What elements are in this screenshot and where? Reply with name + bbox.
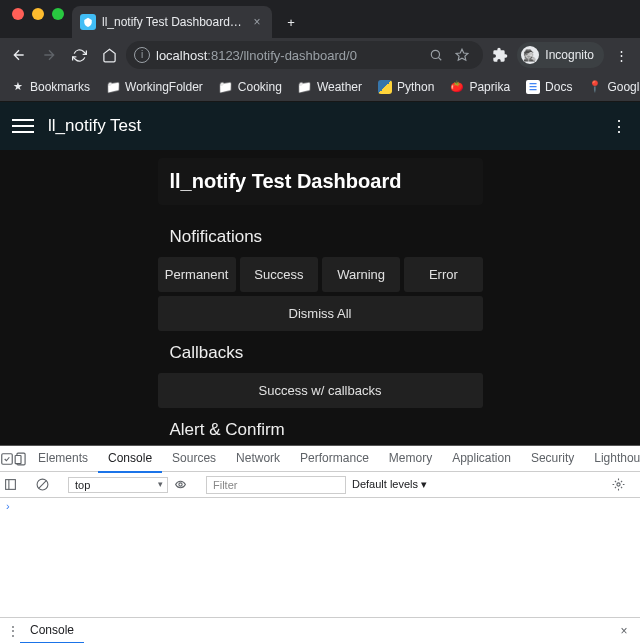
console-body[interactable]: ›	[0, 498, 640, 617]
console-prompt-icon: ›	[6, 500, 10, 512]
svg-rect-4	[15, 455, 21, 463]
bookmark-label: Paprika	[469, 80, 510, 94]
folder-icon	[219, 80, 233, 94]
drawer-tab-console[interactable]: Console	[20, 618, 84, 644]
tab-favicon	[80, 14, 96, 30]
devtools-tab-performance[interactable]: Performance	[290, 445, 379, 473]
dashboard-title-card: ll_notify Test Dashboard	[158, 158, 483, 205]
address-bar[interactable]: i localhost:8123/llnotify-dashboard/0	[126, 41, 483, 69]
svg-line-9	[39, 481, 47, 489]
devtools-tab-memory[interactable]: Memory	[379, 445, 442, 473]
bookmark-item[interactable]: Paprika	[443, 76, 517, 98]
browser-toolbar: i localhost:8123/llnotify-dashboard/0 In…	[0, 38, 640, 72]
tab-title: ll_notify Test Dashboard - Hom	[102, 15, 244, 29]
device-toggle-icon[interactable]	[14, 452, 28, 466]
error-button[interactable]: Error	[404, 257, 482, 292]
close-window-button[interactable]	[12, 8, 24, 20]
incognito-icon	[521, 46, 539, 64]
devtools-tab-security[interactable]: Security	[521, 445, 584, 473]
star-icon	[11, 80, 25, 94]
bookmark-label: Bookmarks	[30, 80, 90, 94]
console-filter-input[interactable]: Filter	[206, 476, 346, 494]
doc-icon	[526, 80, 540, 94]
bookmark-item[interactable]: Bookmarks	[4, 76, 97, 98]
context-selector[interactable]: top	[68, 477, 168, 493]
devtools-tab-lighthouse[interactable]: Lighthouse	[584, 445, 640, 473]
reload-button[interactable]	[66, 42, 92, 68]
bookmark-label: Weather	[317, 80, 362, 94]
svg-marker-1	[456, 49, 468, 60]
bookmark-label: WorkingFolder	[125, 80, 203, 94]
section-title-notifications: Nofifications	[158, 219, 483, 257]
svg-rect-6	[6, 480, 16, 490]
site-info-icon[interactable]: i	[134, 47, 150, 63]
pap-icon	[450, 80, 464, 94]
page-viewport: ll_notify Test ⋮ ll_notify Test Dashboar…	[0, 102, 640, 445]
bookmark-item[interactable]: WorkingFolder	[99, 76, 210, 98]
hamburger-icon[interactable]	[12, 115, 34, 137]
devtools-tab-sources[interactable]: Sources	[162, 445, 226, 473]
inspect-element-icon[interactable]	[0, 452, 14, 466]
success-button[interactable]: Success	[240, 257, 318, 292]
incognito-label: Incognito	[545, 48, 594, 62]
url-text: localhost:8123/llnotify-dashboard/0	[156, 48, 423, 63]
devtools-tab-console[interactable]: Console	[98, 445, 162, 473]
console-sidebar-icon[interactable]	[4, 478, 30, 491]
devtools-drawer: ⋮ Console ×	[0, 617, 640, 643]
incognito-badge[interactable]: Incognito	[517, 42, 604, 68]
bookmark-item[interactable]: Cooking	[212, 76, 289, 98]
bookmark-item[interactable]: Docs	[519, 76, 579, 98]
window-controls	[6, 8, 72, 30]
live-expression-icon[interactable]	[174, 478, 200, 491]
browser-menu-icon[interactable]: ⋮	[608, 42, 634, 68]
bookmark-label: Cooking	[238, 80, 282, 94]
drawer-close-icon[interactable]: ×	[614, 624, 634, 638]
dashboard-column: ll_notify Test Dashboard Nofifications P…	[158, 158, 483, 445]
log-levels-dropdown[interactable]: Default levels ▾	[352, 478, 427, 491]
py-icon	[378, 80, 392, 94]
bookmark-label: Python	[397, 80, 434, 94]
window-title-bar: ll_notify Test Dashboard - Hom × +	[0, 0, 640, 38]
devtools-tabs: ElementsConsoleSourcesNetworkPerformance…	[0, 446, 640, 472]
bookmarks-bar: BookmarksWorkingFolderCookingWeatherPyth…	[0, 72, 640, 102]
extensions-icon[interactable]	[487, 42, 513, 68]
minimize-window-button[interactable]	[32, 8, 44, 20]
forward-button[interactable]	[36, 42, 62, 68]
back-button[interactable]	[6, 42, 32, 68]
console-settings-icon[interactable]	[612, 478, 636, 491]
app-title: ll_notify Test	[48, 116, 141, 136]
success-callbacks-button[interactable]: Success w/ callbacks	[158, 373, 483, 408]
section-title-callbacks: Callbacks	[158, 335, 483, 373]
dashboard-title: ll_notify Test Dashboard	[170, 170, 471, 193]
page-content: ll_notify Test Dashboard Nofifications P…	[0, 150, 640, 445]
clear-console-icon[interactable]	[36, 478, 62, 491]
bookmark-label: Docs	[545, 80, 572, 94]
section-title-alert: Alert & Confirm	[158, 412, 483, 445]
dismiss-all-button[interactable]: Dismiss All	[158, 296, 483, 331]
devtools-tab-application[interactable]: Application	[442, 445, 521, 473]
bookmark-label: Google Maps	[607, 80, 640, 94]
devtools-tab-elements[interactable]: Elements	[28, 445, 98, 473]
home-button[interactable]	[96, 42, 122, 68]
bookmark-item[interactable]: Weather	[291, 76, 369, 98]
devtools-tab-network[interactable]: Network	[226, 445, 290, 473]
svg-rect-2	[2, 453, 13, 464]
search-icon[interactable]	[429, 48, 449, 62]
browser-tab[interactable]: ll_notify Test Dashboard - Hom ×	[72, 6, 272, 38]
svg-point-0	[432, 50, 440, 58]
permanent-button[interactable]: Permanent	[158, 257, 236, 292]
header-menu-icon[interactable]: ⋮	[611, 117, 628, 136]
maximize-window-button[interactable]	[52, 8, 64, 20]
bookmark-item[interactable]: Python	[371, 76, 441, 98]
bookmark-item[interactable]: Google Maps	[581, 76, 640, 98]
folder-icon	[106, 80, 120, 94]
new-tab-button[interactable]: +	[278, 9, 304, 35]
console-toolbar: top Filter Default levels ▾	[0, 472, 640, 498]
bookmark-star-icon[interactable]	[455, 48, 475, 62]
notification-buttons-row: PermanentSuccessWarningError	[158, 257, 483, 292]
drawer-menu-icon[interactable]: ⋮	[6, 624, 20, 638]
warning-button[interactable]: Warning	[322, 257, 400, 292]
tab-close-icon[interactable]: ×	[250, 15, 264, 29]
app-header: ll_notify Test ⋮	[0, 102, 640, 150]
folder-icon	[298, 80, 312, 94]
